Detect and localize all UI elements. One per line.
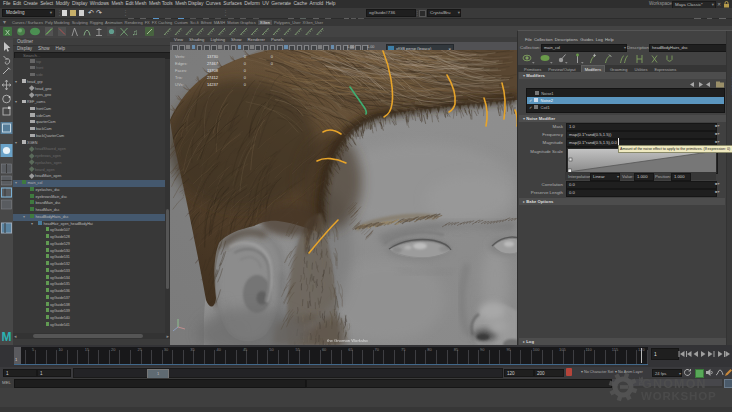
svg-text:WORKSHOP: WORKSHOP <box>641 390 716 402</box>
svg-text:27412: 27412 <box>207 75 219 80</box>
svg-text:UVs:: UVs: <box>175 82 184 87</box>
svg-text:the Gnomon Worksho: the Gnomon Worksho <box>327 338 368 343</box>
svg-text:THE: THE <box>639 377 644 386</box>
svg-text:13708: 13708 <box>207 68 219 73</box>
svg-text:27467: 27467 <box>207 61 219 66</box>
svg-text:Tris:: Tris: <box>175 75 183 80</box>
svg-text:♫: ♫ <box>132 28 138 37</box>
svg-text:Edges:: Edges: <box>175 61 187 66</box>
svg-text:14237: 14237 <box>207 82 219 87</box>
svg-text:Faces:: Faces: <box>175 68 187 73</box>
svg-text:GNOMON: GNOMON <box>642 377 707 391</box>
svg-text:Verts:: Verts: <box>175 54 185 59</box>
svg-text:X: X <box>5 28 10 37</box>
svg-text:13730: 13730 <box>207 54 219 59</box>
